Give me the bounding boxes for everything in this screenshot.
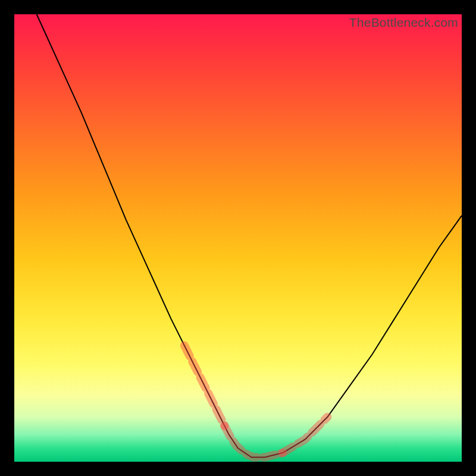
emphasis-band-right bbox=[283, 417, 327, 453]
chart-plot-area: TheBottleneck.com bbox=[14, 14, 462, 462]
emphasis-band-bottom bbox=[224, 426, 283, 458]
emphasis-band-left bbox=[184, 346, 225, 426]
bottleneck-curve bbox=[37, 14, 462, 458]
chart-svg bbox=[14, 14, 462, 462]
